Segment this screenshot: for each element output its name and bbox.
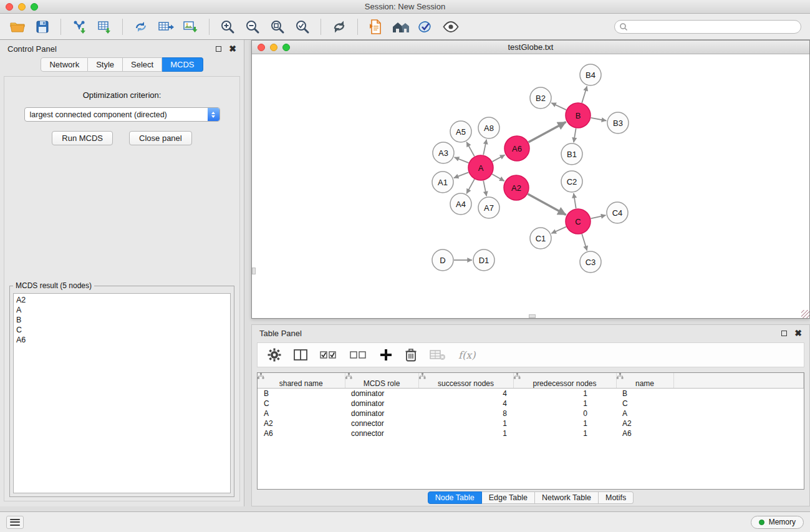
- graph-node-D1[interactable]: D1: [473, 249, 494, 271]
- optimization-criterion-select[interactable]: largest connected component (directed): [24, 107, 220, 122]
- table-cell[interactable]: B: [258, 389, 345, 399]
- graph-edge-C-C3[interactable]: [582, 234, 587, 251]
- network-minimize-button[interactable]: [270, 44, 277, 51]
- show-columns-icon[interactable]: [294, 349, 307, 361]
- float-table-panel-icon[interactable]: [781, 331, 787, 336]
- control-tab-select[interactable]: Select: [123, 57, 162, 72]
- zoom-window-button[interactable]: [31, 3, 38, 11]
- table-cell[interactable]: 4: [418, 389, 513, 399]
- table-cell[interactable]: 1: [418, 418, 513, 428]
- control-tab-mcds[interactable]: MCDS: [162, 57, 203, 72]
- table-row[interactable]: Bdominator41B: [258, 389, 804, 399]
- table-cell[interactable]: connector: [345, 418, 418, 428]
- graph-node-C3[interactable]: C3: [580, 251, 601, 273]
- table-cell[interactable]: 0: [513, 409, 616, 418]
- network-canvas[interactable]: AA6A2BCA5A8A3A1A4A7B2B4B3B1C2C4C1C3DD1: [252, 54, 809, 318]
- graph-node-C1[interactable]: C1: [530, 228, 551, 249]
- table-cell[interactable]: 8: [418, 409, 513, 418]
- mcds-result-item[interactable]: C: [14, 325, 230, 335]
- graph-node-A1[interactable]: A1: [432, 172, 453, 193]
- graph-node-A4[interactable]: A4: [450, 193, 471, 215]
- import-table-icon[interactable]: [93, 17, 115, 37]
- zoom-selected-icon[interactable]: [291, 17, 314, 37]
- run-mcds-button[interactable]: Run MCDS: [52, 131, 113, 145]
- graph-edge-A-A6[interactable]: [493, 155, 505, 162]
- mcds-result-list[interactable]: A2ABCA6: [13, 293, 231, 493]
- column-header[interactable]: predecessor nodes: [513, 373, 616, 389]
- table-cell[interactable]: 1: [418, 428, 513, 438]
- table-tab-network-table[interactable]: Network Table: [535, 491, 599, 504]
- zoom-fit-content-icon[interactable]: [266, 17, 289, 37]
- table-settings-gear-icon[interactable]: [268, 348, 281, 362]
- save-session-icon[interactable]: [31, 17, 54, 37]
- column-header[interactable]: successor nodes: [418, 373, 513, 389]
- graph-node-A7[interactable]: A7: [478, 197, 499, 218]
- table-cell[interactable]: A: [616, 409, 673, 418]
- control-tab-network[interactable]: Network: [41, 57, 88, 72]
- graph-edge-A6-B[interactable]: [528, 122, 566, 142]
- table-cell[interactable]: C: [616, 399, 673, 409]
- table-cell[interactable]: A2: [258, 418, 345, 428]
- table-cell[interactable]: connector: [345, 428, 418, 438]
- column-header[interactable]: name: [616, 373, 673, 389]
- apply-style-check-icon[interactable]: [415, 17, 437, 37]
- open-document-icon[interactable]: [365, 17, 387, 37]
- graph-edge-A-A2[interactable]: [492, 174, 504, 181]
- table-row[interactable]: Adominator80A: [258, 409, 804, 418]
- table-tab-node-table[interactable]: Node Table: [428, 491, 482, 504]
- zoom-in-icon[interactable]: [216, 17, 239, 37]
- graph-edge-B-B3[interactable]: [591, 118, 607, 121]
- table-cell[interactable]: A6: [616, 428, 673, 438]
- search-input[interactable]: [614, 20, 801, 34]
- graph-edge-A-A1[interactable]: [454, 172, 469, 178]
- zoom-out-icon[interactable]: [241, 17, 264, 37]
- table-cell[interactable]: 4: [418, 399, 513, 409]
- graph-edge-A-A4[interactable]: [466, 179, 475, 193]
- graph-edge-C-C2[interactable]: [574, 193, 576, 208]
- refresh-view-icon[interactable]: [328, 17, 350, 37]
- float-panel-icon[interactable]: [216, 46, 221, 52]
- memory-button[interactable]: Memory: [751, 516, 804, 529]
- close-panel-button[interactable]: Close panel: [129, 131, 192, 145]
- column-header[interactable]: MCDS role: [345, 373, 418, 389]
- graph-edge-A-A5[interactable]: [466, 142, 475, 157]
- graph-edge-A-A8[interactable]: [483, 140, 486, 155]
- table-row[interactable]: A6connector11A6: [258, 428, 804, 438]
- table-cell[interactable]: A: [258, 409, 345, 418]
- graph-node-B4[interactable]: B4: [580, 64, 601, 85]
- table-cell[interactable]: A6: [258, 428, 345, 438]
- mcds-result-item[interactable]: B: [14, 315, 230, 325]
- table-row[interactable]: A2connector11A2: [258, 418, 804, 428]
- table-tab-edge-table[interactable]: Edge Table: [482, 491, 535, 504]
- graph-node-C2[interactable]: C2: [561, 171, 582, 192]
- graph-edge-A-A7[interactable]: [483, 181, 486, 196]
- select-all-columns-icon[interactable]: [320, 350, 337, 360]
- node-table[interactable]: shared name MCDS role successor nodes pr…: [257, 372, 804, 490]
- table-cell[interactable]: 1: [513, 389, 616, 399]
- graph-node-B2[interactable]: B2: [530, 87, 551, 109]
- graph-node-C[interactable]: C: [566, 209, 591, 234]
- mcds-result-item[interactable]: A: [14, 305, 230, 315]
- table-cell[interactable]: 1: [513, 418, 616, 428]
- graph-node-B[interactable]: B: [566, 103, 591, 128]
- table-row[interactable]: Cdominator41C: [258, 399, 804, 409]
- splitter-handle-bottom[interactable]: [529, 314, 536, 318]
- graph-edge-B-B2[interactable]: [551, 103, 566, 110]
- table-cell[interactable]: A2: [616, 418, 673, 428]
- delete-column-trash-icon[interactable]: [405, 348, 417, 362]
- minimize-window-button[interactable]: [18, 3, 26, 11]
- graph-node-A5[interactable]: A5: [450, 121, 471, 142]
- import-network-icon[interactable]: [68, 17, 90, 37]
- graph-node-D[interactable]: D: [432, 249, 453, 271]
- menu-hamburger-icon[interactable]: [6, 516, 24, 529]
- table-cell[interactable]: B: [616, 389, 673, 399]
- mcds-result-item[interactable]: A6: [14, 335, 230, 345]
- graph-edge-B-B1[interactable]: [574, 128, 576, 143]
- table-cell[interactable]: dominator: [345, 389, 418, 399]
- network-arrows-icon[interactable]: [130, 17, 152, 37]
- graph-edge-A-A3[interactable]: [455, 157, 469, 163]
- graph-node-C4[interactable]: C4: [607, 202, 628, 223]
- deselect-all-columns-icon[interactable]: [350, 350, 367, 360]
- table-cell[interactable]: 1: [513, 399, 616, 409]
- home-icon[interactable]: [390, 17, 412, 37]
